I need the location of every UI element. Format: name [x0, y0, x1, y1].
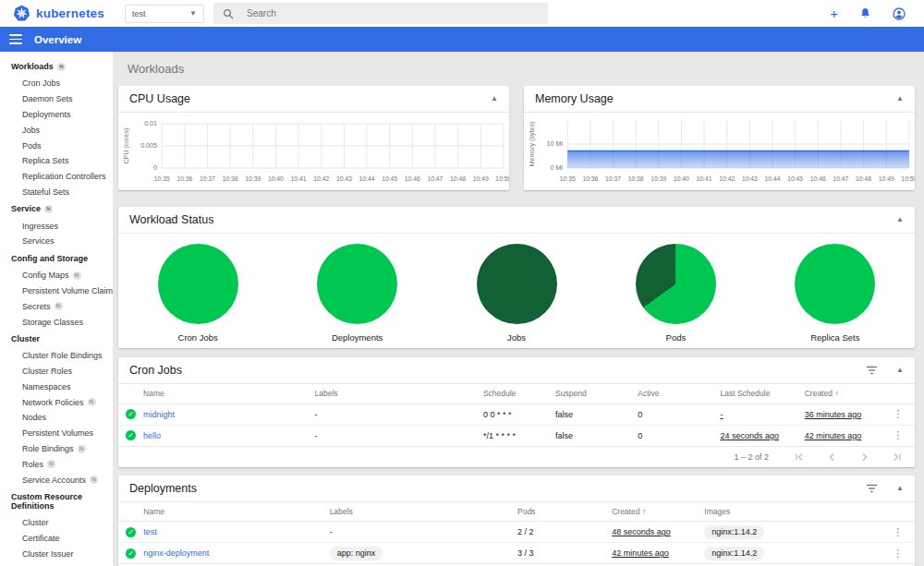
sidebar-section-config-and-storage[interactable]: Config and Storage [0, 249, 113, 268]
svg-text:10:48: 10:48 [450, 175, 466, 182]
table-cell: - [720, 403, 804, 425]
sidebar-item-daemon-sets[interactable]: Daemon Sets [0, 91, 113, 107]
timestamp-tooltip-text[interactable]: 42 minutes ago [612, 548, 669, 558]
sidebar-section-custom-resource-definitions[interactable]: Custom Resource Definitions [0, 488, 113, 515]
sidebar-section-service[interactable]: ServiceN [0, 199, 113, 218]
column-header-images[interactable]: Images [704, 502, 881, 522]
sidebar-item-label: Storage Classes [22, 318, 83, 327]
column-header-pods[interactable]: Pods [517, 502, 612, 522]
row-actions-menu-icon[interactable]: ⋮ [881, 403, 915, 425]
table-cell: nginx:1.14.2 [704, 522, 881, 543]
table-cell: hello [143, 425, 314, 446]
resource-name-link[interactable]: test [143, 527, 157, 536]
row-actions-menu-icon[interactable]: ⋮ [881, 425, 915, 446]
filter-icon[interactable] [866, 484, 878, 493]
row-actions-menu-icon[interactable]: ⋮ [881, 543, 915, 564]
cell-text: 0 [638, 431, 642, 440]
sidebar-item-services[interactable]: Services [0, 234, 113, 249]
memory-usage-title: Memory Usage [535, 92, 614, 105]
collapse-caret-icon[interactable]: ▲ [896, 95, 904, 102]
namespaced-badge: N [90, 476, 98, 484]
sidebar-item-roles[interactable]: RolesN [0, 456, 113, 472]
column-header-schedule[interactable]: Schedule [483, 384, 555, 403]
sidebar-item-jobs[interactable]: Jobs [0, 122, 113, 138]
workload-status-card: Workload Status ▲ Cron JobsDeploymentsJo… [118, 207, 915, 348]
notifications-bell-icon[interactable] [859, 7, 871, 19]
sidebar-item-label: Nodes [22, 413, 46, 422]
column-header-name[interactable]: Name [143, 502, 329, 522]
sidebar-item-certificate[interactable]: Certificate [0, 531, 113, 547]
sidebar-item-role-bindings[interactable]: Role BindingsN [0, 441, 113, 457]
sidebar-item-cluster[interactable]: Cluster [0, 515, 113, 531]
kubernetes-logo[interactable]: kubernetes [13, 5, 104, 22]
table-cell: false [555, 425, 638, 446]
sidebar-item-persistent-volume-claims[interactable]: Persistent Volume ClaimsN [0, 283, 113, 299]
column-header-labels[interactable]: Labels [314, 384, 482, 403]
collapse-caret-icon[interactable]: ▲ [491, 95, 498, 102]
sidebar-item-label: Role Bindings [22, 444, 74, 453]
resource-name-link[interactable]: nginx-deployment [143, 548, 209, 558]
sidebar-item-namespaces[interactable]: Namespaces [0, 379, 113, 395]
search-bar[interactable] [213, 3, 548, 24]
sidebar-item-ingresses[interactable]: Ingresses [0, 218, 113, 234]
sidebar-section-cluster[interactable]: Cluster [0, 330, 113, 348]
sidebar-item-storage-classes[interactable]: Storage Classes [0, 314, 113, 330]
sidebar-item-label: Secrets [22, 302, 51, 311]
collapse-caret-icon[interactable]: ▲ [896, 216, 904, 223]
sidebar-item-deployments[interactable]: Deployments [0, 107, 113, 123]
sidebar-item-pods[interactable]: Pods [0, 138, 113, 153]
row-actions-menu-icon[interactable]: ⋮ [881, 522, 915, 543]
sidebar-item-persistent-volumes[interactable]: Persistent Volumes [0, 426, 113, 441]
sidebar-item-cluster-role-bindings[interactable]: Cluster Role Bindings [0, 348, 113, 364]
sidebar-item-label: Ingresses [22, 222, 58, 231]
cron-jobs-pagination: 1 – 2 of 2 [118, 447, 915, 467]
sidebar-item-cron-jobs[interactable]: Cron Jobs [0, 76, 113, 91]
collapse-caret-icon[interactable]: ▲ [896, 485, 904, 492]
sidebar-item-config-maps[interactable]: Config MapsN [0, 268, 113, 283]
timestamp-tooltip-text[interactable]: 42 minutes ago [805, 431, 862, 440]
sidebar-item-replica-sets[interactable]: Replica Sets [0, 153, 113, 169]
column-header-created[interactable]: Created ↑ [805, 384, 881, 403]
sidebar-section-workloads[interactable]: WorkloadsN [0, 57, 113, 76]
filter-icon[interactable] [866, 366, 878, 375]
sidebar-item-replication-controllers[interactable]: Replication Controllers [0, 169, 113, 185]
last-page-icon[interactable] [892, 452, 902, 462]
sidebar-item-service-accounts[interactable]: Service AccountsN [0, 472, 113, 488]
collapse-caret-icon[interactable]: ▲ [896, 367, 904, 374]
column-header-last-schedule[interactable]: Last Schedule [720, 384, 804, 403]
svg-text:10:44: 10:44 [359, 175, 375, 182]
prev-page-icon[interactable] [827, 452, 837, 462]
timestamp-tooltip-text[interactable]: 48 seconds ago [612, 527, 671, 536]
svg-text:CPU (cores): CPU (cores) [123, 128, 130, 163]
sidebar-item-nodes[interactable]: Nodes [0, 410, 113, 426]
timestamp-tooltip-text[interactable]: - [720, 410, 723, 419]
sidebar-item-cluster-roles[interactable]: Cluster Roles [0, 364, 113, 379]
sidebar-item-network-policies[interactable]: Network PoliciesN [0, 394, 113, 410]
search-input[interactable] [247, 8, 505, 18]
table-cell: 0 [638, 425, 720, 446]
sidebar-item-cluster-issuer[interactable]: Cluster Issuer [0, 547, 113, 562]
table-cell: false [555, 403, 638, 425]
sidebar-item-secrets[interactable]: SecretsN [0, 298, 113, 314]
timestamp-tooltip-text[interactable]: 36 minutes ago [805, 410, 862, 419]
first-page-icon[interactable] [795, 452, 805, 462]
column-header-labels[interactable]: Labels [330, 502, 517, 522]
namespace-selector[interactable]: test ▼ [125, 5, 204, 23]
workload-status-pies: Cron JobsDeploymentsJobsPodsReplica Sets [118, 234, 915, 347]
svg-text:10:37: 10:37 [200, 175, 215, 182]
column-header-name[interactable]: Name [143, 384, 314, 403]
pie-chart-deployments [317, 244, 397, 324]
sidebar-item-stateful-sets[interactable]: Stateful Sets [0, 184, 113, 199]
menu-hamburger-icon[interactable] [9, 34, 22, 43]
column-header-suspend[interactable]: Suspend [555, 384, 638, 403]
sidebar-item-label: Config Maps [22, 271, 69, 280]
column-header-created[interactable]: Created ↑ [612, 502, 704, 522]
column-header-active[interactable]: Active [638, 384, 720, 403]
create-resource-button[interactable]: + [830, 8, 838, 19]
pie-label: Pods [666, 332, 687, 343]
timestamp-tooltip-text[interactable]: 24 seconds ago [720, 431, 779, 440]
user-account-icon[interactable] [893, 7, 906, 20]
resource-name-link[interactable]: hello [143, 431, 161, 440]
resource-name-link[interactable]: midnight [143, 410, 175, 419]
next-page-icon[interactable] [859, 452, 869, 462]
